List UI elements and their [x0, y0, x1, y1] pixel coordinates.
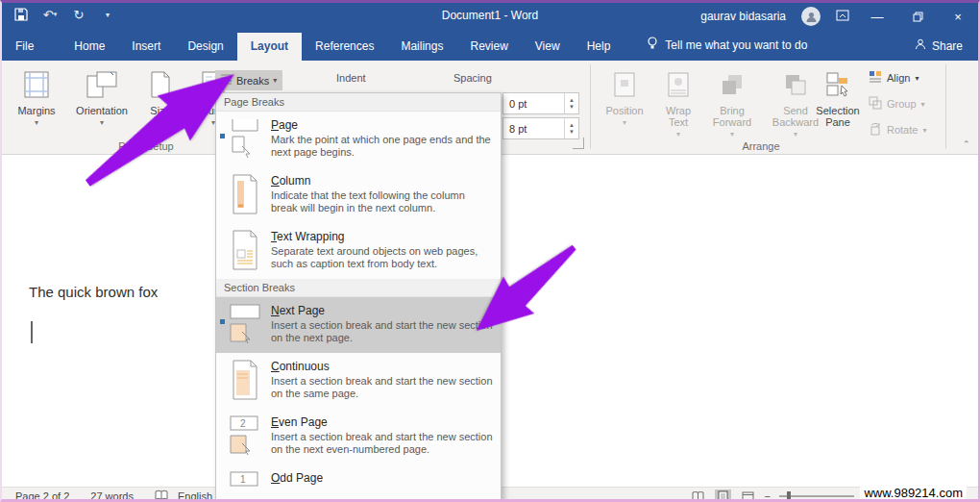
menu-item-odd-page[interactable]: 1 Odd Page: [216, 464, 501, 502]
watermark: www.989214.com: [860, 484, 967, 502]
selection-pane-button[interactable]: Selection Pane: [811, 64, 865, 147]
caret-down-icon: ▾: [794, 130, 797, 138]
title-bar: ↶▾ ↻ ▾ Document1 - Word gaurav bidasaria…: [2, 3, 978, 30]
page-setup-group-label: Page Setup: [88, 140, 204, 152]
caret-down-icon: ▾: [921, 100, 925, 109]
caret-down-icon: ▾: [100, 118, 104, 127]
caret-down-icon: ▾: [159, 118, 162, 127]
ribbon-tab-bar: File Home Insert Design Layout Reference…: [2, 30, 978, 61]
tell-me-box[interactable]: Tell me what you want to do: [624, 30, 817, 61]
bring-forward-icon: [720, 68, 745, 101]
bring-forward-button[interactable]: Bring Forward ▾: [703, 64, 761, 147]
align-icon: [869, 70, 882, 86]
spacing-before-spinner[interactable]: 0 pt ▲▼: [502, 92, 579, 114]
group-icon: [869, 96, 882, 112]
caret-down-icon: ▾: [730, 130, 734, 138]
zoom-slider[interactable]: [779, 495, 854, 497]
tab-view[interactable]: View: [522, 33, 574, 61]
menu-item-column[interactable]: Column Indicate that the text following …: [216, 167, 501, 223]
caret-down-icon: ▾: [915, 74, 919, 83]
menu-item-even-page[interactable]: 2 Even Page Insert a section break and s…: [216, 409, 501, 464]
lightbulb-icon: [647, 37, 658, 53]
size-button[interactable]: Size ▾: [138, 64, 183, 147]
tab-mailings[interactable]: Mailings: [387, 33, 456, 61]
tab-help[interactable]: Help: [574, 33, 625, 61]
page-breaks-header: Page Breaks: [216, 93, 501, 112]
spacing-after-spinner[interactable]: 8 pt ▲▼: [502, 117, 579, 139]
svg-text:2: 2: [240, 418, 246, 429]
wrap-text-icon: [667, 68, 690, 101]
column-break-icon: [227, 172, 263, 216]
text-cursor: [31, 321, 33, 343]
page-indicator[interactable]: Page 2 of 2: [15, 490, 69, 502]
tab-layout[interactable]: Layout: [237, 33, 302, 61]
orientation-icon: [86, 68, 118, 101]
user-name[interactable]: gaurav bidasaria: [700, 10, 786, 23]
zoom-slider-thumb[interactable]: [787, 491, 791, 501]
rotate-button[interactable]: Rotate ▾: [869, 122, 926, 138]
ribbon-display-options-icon[interactable]: [836, 10, 849, 24]
text-wrapping-break-icon: [227, 228, 263, 272]
next-page-break-icon: [227, 302, 263, 346]
tab-design[interactable]: Design: [174, 33, 236, 61]
selection-pane-icon: [825, 68, 850, 101]
wrap-text-button[interactable]: Wrap Text ▾: [655, 64, 701, 147]
menu-item-next-page[interactable]: Next Page Insert a section break and sta…: [216, 297, 501, 353]
break-marker-icon: [220, 319, 225, 324]
spinner-arrows-icon[interactable]: ▲▼: [564, 93, 578, 113]
arrange-group-label: Arrange: [703, 140, 819, 152]
zoom-out-icon[interactable]: −: [765, 490, 771, 502]
margins-icon: [23, 68, 50, 101]
menu-item-text-wrapping[interactable]: Text Wrapping Separate text around objec…: [216, 223, 501, 279]
spinner-arrows-icon[interactable]: ▲▼: [564, 118, 578, 138]
restore-button[interactable]: [905, 6, 930, 27]
read-mode-icon[interactable]: [690, 489, 706, 502]
margins-button[interactable]: Margins ▾: [8, 64, 65, 147]
breaks-button[interactable]: Breaks ▾: [215, 70, 282, 90]
share-person-icon: [915, 38, 926, 53]
odd-page-break-icon: 1: [227, 469, 263, 502]
size-icon: [149, 68, 172, 101]
indent-label: Indent: [336, 72, 366, 84]
align-button[interactable]: Align ▾: [869, 70, 919, 86]
tab-file[interactable]: File: [2, 33, 47, 61]
breaks-dropdown-menu: Page Breaks Page Mark the point at which…: [215, 92, 502, 502]
caret-down-icon: ▾: [676, 130, 680, 138]
paragraph-dialog-launcher-icon[interactable]: [573, 138, 584, 149]
orientation-button[interactable]: Orientation ▾: [67, 64, 136, 147]
caret-down-icon: ▾: [273, 76, 277, 85]
tab-references[interactable]: References: [302, 33, 387, 61]
section-breaks-header: Section Breaks: [216, 279, 501, 297]
send-backward-icon: [783, 68, 808, 101]
page-break-icon: [227, 116, 263, 161]
breaks-icon: [220, 73, 233, 88]
tab-insert[interactable]: Insert: [118, 33, 174, 61]
collapse-ribbon-icon[interactable]: ⌃: [963, 139, 970, 149]
word-count[interactable]: 27 words: [90, 490, 134, 502]
group-button[interactable]: Group ▾: [869, 96, 925, 112]
language-indicator[interactable]: English: [178, 490, 212, 502]
tab-review[interactable]: Review: [456, 33, 521, 61]
share-button[interactable]: Share: [905, 32, 978, 61]
caret-down-icon: ▾: [623, 118, 626, 127]
menu-item-continuous[interactable]: Continuous Insert a section break and st…: [216, 353, 501, 409]
menu-item-page[interactable]: Page Mark the point at which one page en…: [216, 112, 501, 167]
even-page-break-icon: 2: [227, 414, 263, 458]
web-layout-icon[interactable]: [740, 489, 756, 502]
print-layout-icon[interactable]: [715, 489, 731, 502]
minimize-button[interactable]: —: [865, 6, 890, 27]
close-button[interactable]: ×: [945, 6, 970, 27]
caret-down-icon: ▾: [922, 126, 926, 135]
position-button[interactable]: Position ▾: [598, 64, 651, 147]
continuous-break-icon: [227, 358, 263, 402]
break-marker-icon: [220, 134, 225, 138]
tab-home[interactable]: Home: [61, 33, 118, 61]
rotate-icon: [869, 122, 882, 138]
proofing-icon[interactable]: [155, 489, 168, 502]
svg-text:1: 1: [240, 474, 246, 485]
caret-down-icon: ▾: [35, 118, 38, 127]
document-text: The quick brown fox: [29, 284, 158, 300]
spacing-label: Spacing: [453, 72, 492, 84]
user-avatar[interactable]: [801, 7, 821, 26]
word-window: ↶▾ ↻ ▾ Document1 - Word gaurav bidasaria…: [0, 0, 980, 502]
